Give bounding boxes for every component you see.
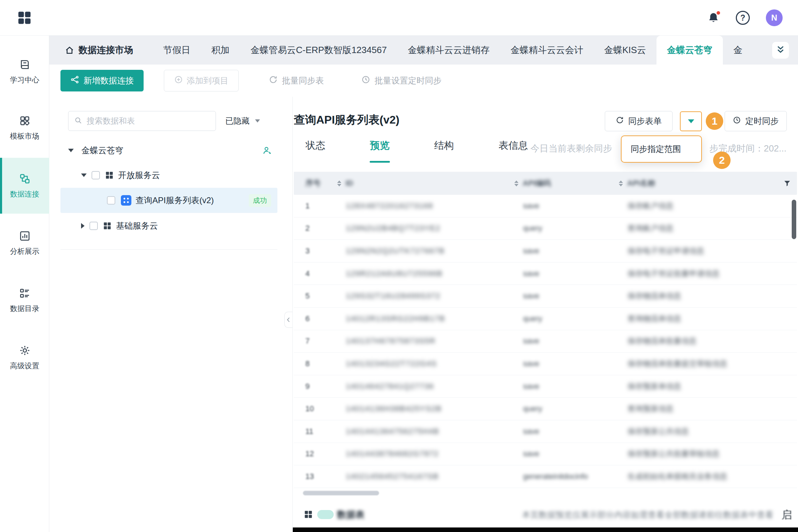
table-row[interactable]: 4 129R212A6U8U725596B save 保存电子凭证批量申请信息 bbox=[294, 263, 797, 285]
column-header-api-code[interactable]: API编码 bbox=[512, 178, 616, 189]
table-row[interactable]: 11 1401441364756275H4B save 保存预算公共信息 bbox=[294, 420, 797, 443]
tab-holiday[interactable]: 节假日 bbox=[153, 36, 201, 65]
sort-icon bbox=[514, 180, 518, 186]
sidebar-item-learning-center[interactable]: 学习中心 bbox=[0, 44, 49, 99]
annotation-badge-1: 1 bbox=[706, 112, 723, 130]
sidebar-item-analysis[interactable]: 分析展示 bbox=[0, 215, 49, 271]
cell-api-code: save bbox=[512, 246, 616, 256]
tab-status[interactable]: 状态 bbox=[306, 139, 325, 163]
tab-jingdouyun-accounting[interactable]: 金蝶精斗云云会计 bbox=[500, 36, 594, 65]
tab-jijia[interactable]: 积加 bbox=[201, 36, 240, 65]
caret-down-icon[interactable] bbox=[81, 173, 87, 177]
notifications-bell-icon[interactable] bbox=[707, 12, 720, 24]
cell-index: 6 bbox=[294, 314, 334, 323]
table-row[interactable]: 8 14013234G22T722G4S save 保存物流单批量提交审核信息 bbox=[294, 353, 797, 375]
breadcrumb-data-connection-market[interactable]: 数据连接市场 bbox=[65, 44, 133, 56]
sidebar-item-label: 数据连接 bbox=[10, 189, 39, 199]
sync-form-button[interactable]: 同步表单 bbox=[605, 111, 673, 131]
hidden-filter-dropdown[interactable]: 已隐藏 bbox=[225, 111, 260, 131]
service-cloud-icon bbox=[103, 221, 112, 230]
tab-guanyiyun-erp[interactable]: 金蝶管易云C-ERP数智版1234567 bbox=[240, 36, 397, 65]
template-market-icon bbox=[19, 115, 31, 127]
action-toolbar: 新增数据连接 添加到项目 批量同步表 批量设置 bbox=[49, 65, 798, 97]
notification-dot bbox=[716, 10, 721, 15]
table-row[interactable]: 3 129N2N2Q2UTK727667B save 保存电子凭证申请信息 bbox=[294, 240, 797, 263]
new-data-connection-button[interactable]: 新增数据连接 bbox=[60, 70, 144, 91]
sidebar-item-data-connection[interactable]: 数据连接 bbox=[0, 158, 49, 214]
tab-structure[interactable]: 结构 bbox=[434, 139, 454, 163]
table-row[interactable]: 9 140146427841Q27736 save 保存预算单信息 bbox=[294, 375, 797, 398]
sidebar: 学习中心 模板市场 数据连接 bbox=[0, 36, 49, 532]
table-row[interactable]: 1 128X48722016273168 save 保存账户信息 bbox=[294, 195, 797, 217]
sidebar-item-template-market[interactable]: 模板市场 bbox=[0, 100, 49, 156]
user-permission-icon[interactable] bbox=[262, 146, 272, 155]
cell-id: 129S32T16U28499S372 bbox=[334, 291, 512, 301]
tabs-row: 节假日 积加 金蝶管易云C-ERP数智版1234567 金蝶精斗云云进销存 金蝶… bbox=[153, 36, 788, 65]
tab-jingdouyun-invoicing[interactable]: 金蝶精斗云云进销存 bbox=[397, 36, 500, 65]
vertical-scrollbar-thumb[interactable] bbox=[792, 200, 796, 239]
cell-api-code: save bbox=[512, 337, 616, 346]
column-header-id[interactable]: ID bbox=[334, 179, 512, 188]
tab-cosmic-cloud[interactable]: 金蝶云苍穹 bbox=[656, 36, 723, 65]
table-row[interactable]: 7 140137H67875873S5R save 保存物流单批量信息 bbox=[294, 330, 797, 353]
filter-funnel-icon[interactable] bbox=[783, 179, 791, 187]
cell-id: 1401441364756275H4B bbox=[334, 427, 512, 436]
caret-down-icon[interactable] bbox=[68, 149, 74, 152]
status-badge-success: 成功 bbox=[249, 194, 271, 207]
tabs-overflow-button[interactable] bbox=[772, 42, 789, 59]
column-header-index[interactable]: 序号 bbox=[294, 178, 334, 189]
cell-index: 9 bbox=[294, 382, 334, 391]
tab-kis-cloud[interactable]: 金蝶KIS云 bbox=[594, 36, 656, 65]
batch-sync-tables-button[interactable]: 批量同步表 bbox=[269, 70, 324, 91]
checkbox[interactable] bbox=[92, 171, 100, 179]
search-box bbox=[68, 111, 216, 131]
plus-circle-icon bbox=[174, 75, 183, 86]
tree-node-open-service-cloud[interactable]: 开放服务云 bbox=[81, 165, 160, 185]
sidebar-item-data-catalog[interactable]: 数据目录 bbox=[0, 272, 49, 328]
avatar[interactable]: N bbox=[766, 9, 783, 26]
caret-right-icon[interactable] bbox=[81, 223, 85, 229]
table-header: 序号 ID API编码 API名称 bbox=[294, 172, 797, 195]
table-icon bbox=[304, 510, 313, 519]
breadcrumb-label: 数据连接市场 bbox=[79, 44, 133, 56]
collapse-panel-handle[interactable] bbox=[284, 312, 292, 328]
cell-index: 2 bbox=[294, 224, 334, 233]
tree-node-cosmic-root[interactable]: 金蝶云苍穹 bbox=[68, 141, 278, 160]
table-row[interactable]: 2 129N2U2B4BQ7T23YE2 query 查询账户信息 bbox=[294, 217, 797, 240]
help-icon[interactable]: ? bbox=[736, 11, 750, 25]
table-row[interactable]: 12 14014438784682G7872 save 保存预算公共批量审核信息 bbox=[294, 443, 797, 466]
cell-api-code: save bbox=[512, 201, 616, 210]
sidebar-item-label: 模板市场 bbox=[10, 131, 39, 141]
sync-form-label: 同步表单 bbox=[628, 116, 662, 127]
batch-schedule-sync-button[interactable]: 批量设置定时同步 bbox=[361, 70, 442, 91]
column-header-api-name[interactable]: API名称 bbox=[616, 178, 797, 189]
table-row[interactable]: 10 14014136H38B425YS2B query 查询预算信息 bbox=[294, 398, 797, 420]
scheduled-sync-button[interactable]: 定时同步 bbox=[725, 111, 787, 131]
table-row[interactable]: 6 14012R13SRG22H9B17B query 查询物流单信息 bbox=[294, 308, 797, 330]
table-row[interactable]: 5 129S32T16U28499S372 save 保存物流单信息 bbox=[294, 285, 797, 308]
checkbox[interactable] bbox=[107, 196, 115, 205]
column-header-label: 序号 bbox=[305, 178, 321, 189]
menu-item-sync-range[interactable]: 同步指定范围 bbox=[631, 143, 681, 155]
tab-preview[interactable]: 预览 bbox=[370, 139, 390, 163]
app-logo-icon[interactable] bbox=[17, 10, 32, 25]
search-input[interactable] bbox=[87, 116, 210, 126]
tab-table-info[interactable]: 表信息 bbox=[499, 139, 528, 163]
tree-node-label: 查询API服务列表(v2) bbox=[136, 195, 214, 206]
tree-node-api-list-selected[interactable]: 查询API服务列表(v2) 成功 bbox=[60, 188, 277, 213]
table-row[interactable]: 13 14021456452754167SB generateinitdocin… bbox=[294, 465, 797, 488]
learning-center-icon bbox=[19, 59, 31, 71]
cell-api-code: save bbox=[512, 269, 616, 278]
tree-node-basic-service-cloud[interactable]: 基础服务云 bbox=[81, 216, 158, 236]
add-to-project-button[interactable]: 添加到项目 bbox=[164, 70, 239, 91]
tab-truncated[interactable]: 金 bbox=[723, 36, 742, 65]
cell-index: 13 bbox=[294, 472, 334, 481]
cell-index: 11 bbox=[294, 427, 334, 436]
sidebar-item-advanced-settings[interactable]: 高级设置 bbox=[0, 330, 49, 385]
horizontal-scrollbar[interactable] bbox=[303, 491, 379, 495]
cell-id: 140146427841Q27736 bbox=[334, 382, 512, 391]
tag-pill bbox=[317, 510, 334, 519]
checkbox[interactable] bbox=[89, 222, 98, 230]
sync-dropdown-caret-button[interactable] bbox=[680, 111, 702, 131]
cell-index: 4 bbox=[294, 269, 334, 278]
